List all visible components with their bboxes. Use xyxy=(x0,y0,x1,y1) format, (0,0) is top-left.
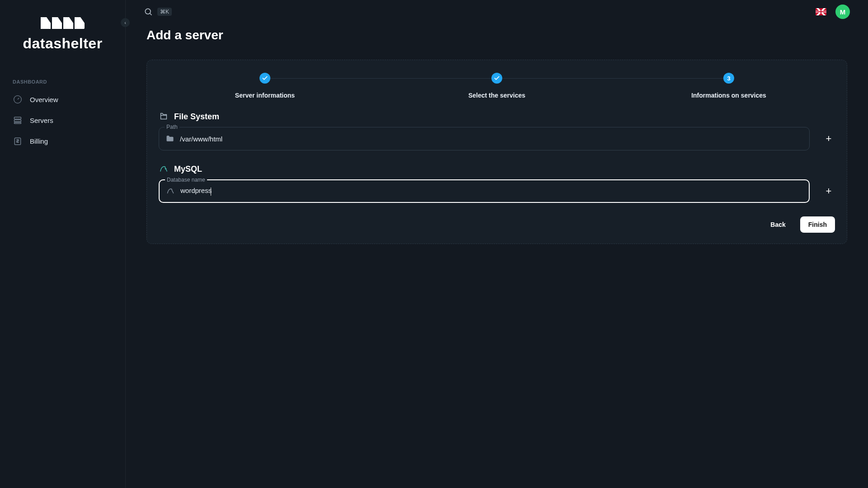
sidebar: datashelter ‹ DASHBOARD Overview Servers… xyxy=(0,0,126,488)
plus-icon: + xyxy=(826,133,832,145)
input-label: Path xyxy=(165,124,179,130)
sidebar-collapse-button[interactable]: ‹ xyxy=(121,18,130,27)
add-path-button[interactable]: + xyxy=(822,132,835,145)
section-title: File System xyxy=(174,112,219,122)
dashboard-icon xyxy=(13,94,23,104)
mysql-icon xyxy=(159,164,169,174)
sidebar-item-label: Billing xyxy=(30,137,48,145)
section-mysql: MySQL Database name wordpress + xyxy=(159,164,835,203)
step-done-icon xyxy=(491,73,502,84)
dbname-input-wrap[interactable]: Database name wordpress xyxy=(159,179,810,203)
brand-name: datashelter xyxy=(23,35,102,52)
language-switcher[interactable] xyxy=(816,8,826,15)
logo-mark-icon xyxy=(41,17,85,29)
brand-logo: datashelter xyxy=(0,0,125,79)
main: ⌘K M Add a server Server informations xyxy=(126,0,868,488)
database-icon xyxy=(166,187,175,196)
step-2[interactable]: Select the services xyxy=(395,73,599,99)
step-1[interactable]: Server informations xyxy=(163,73,367,99)
sidebar-item-label: Servers xyxy=(30,117,53,124)
dbname-input[interactable]: wordpress xyxy=(180,187,802,195)
section-file-system: File System Path + xyxy=(159,112,835,150)
sidebar-item-servers[interactable]: Servers xyxy=(0,110,125,131)
svg-point-5 xyxy=(145,9,151,14)
search-shortcut: ⌘K xyxy=(157,8,172,16)
step-label: Select the services xyxy=(468,92,525,99)
svg-rect-2 xyxy=(14,120,21,122)
avatar-initial: M xyxy=(840,8,846,16)
sidebar-item-billing[interactable]: Billing xyxy=(0,131,125,151)
svg-rect-3 xyxy=(14,122,21,124)
svg-rect-1 xyxy=(14,117,21,119)
path-input[interactable] xyxy=(180,135,803,143)
step-3[interactable]: 3 Informations on services xyxy=(627,73,830,99)
section-title: MySQL xyxy=(174,164,202,174)
step-label: Informations on services xyxy=(691,92,766,99)
sidebar-item-label: Overview xyxy=(30,96,58,103)
folder-icon xyxy=(165,134,175,143)
add-database-button[interactable]: + xyxy=(822,185,835,197)
back-button[interactable]: Back xyxy=(762,216,793,233)
page-title: Add a server xyxy=(146,28,847,42)
wizard-panel: Server informations Select the services … xyxy=(146,60,847,244)
sidebar-section-label: DASHBOARD xyxy=(0,79,125,89)
sidebar-item-overview[interactable]: Overview xyxy=(0,89,125,110)
search-trigger[interactable]: ⌘K xyxy=(144,7,172,16)
avatar[interactable]: M xyxy=(835,5,850,19)
filesystem-icon xyxy=(159,112,169,122)
chevron-left-icon: ‹ xyxy=(124,20,126,25)
billing-icon xyxy=(13,136,23,146)
search-icon xyxy=(144,7,153,16)
topbar: ⌘K M xyxy=(126,0,868,23)
input-label: Database name xyxy=(165,177,207,183)
plus-icon: + xyxy=(826,185,832,197)
stepper: Server informations Select the services … xyxy=(159,73,835,99)
step-done-icon xyxy=(259,73,270,84)
step-label: Server informations xyxy=(235,92,295,99)
finish-button[interactable]: Finish xyxy=(800,216,835,233)
servers-icon xyxy=(13,115,23,125)
path-input-wrap[interactable]: Path xyxy=(159,127,810,150)
step-number-badge: 3 xyxy=(723,73,734,84)
